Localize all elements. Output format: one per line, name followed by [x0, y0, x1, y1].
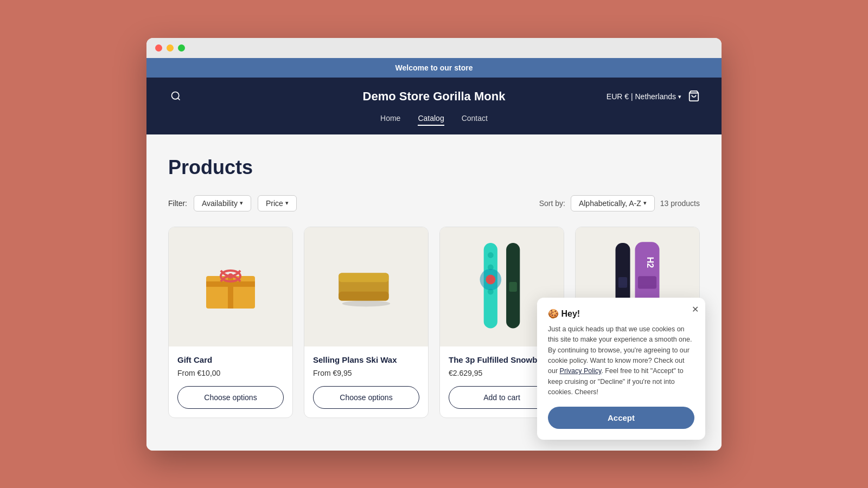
cookie-body: Just a quick heads up that we use cookie… — [548, 324, 694, 398]
main-content: Products Filter: Availability ▾ Price ▾ … — [146, 134, 722, 451]
browser-chrome — [146, 38, 722, 58]
site-logo: Demo Store Gorilla Monk — [363, 89, 506, 104]
product-info: Gift Card From €10,00 — [169, 346, 292, 386]
announcement-text: Welcome to our store — [395, 63, 473, 72]
product-image — [304, 227, 428, 346]
sort-label: Sort by: — [539, 199, 565, 208]
product-info: Selling Plans Ski Wax From €9,95 — [304, 346, 428, 386]
main-nav: Home Catalog Contact — [168, 114, 700, 134]
svg-rect-22 — [618, 277, 627, 288]
product-card: Selling Plans Ski Wax From €9,95 Choose … — [304, 227, 429, 418]
svg-rect-9 — [339, 273, 388, 282]
close-dot[interactable] — [155, 44, 162, 52]
header-right: EUR € | Netherlands ▾ — [607, 90, 700, 104]
privacy-policy-link[interactable]: Privacy Policy — [560, 367, 602, 375]
sort-select[interactable]: Alphabetically, A-Z ▾ — [571, 195, 655, 211]
nav-contact[interactable]: Contact — [462, 114, 488, 126]
header-left — [168, 88, 183, 105]
cookie-close-button[interactable]: ✕ — [692, 304, 699, 314]
filter-bar: Filter: Availability ▾ Price ▾ Sort by: … — [168, 195, 700, 211]
product-price: From €9,95 — [313, 369, 419, 377]
chevron-down-icon: ▾ — [643, 200, 647, 207]
products-count: 13 products — [660, 199, 700, 208]
svg-rect-10 — [339, 291, 388, 300]
cookie-title: 🍪 Hey! — [548, 309, 694, 319]
chevron-down-icon: ▾ — [240, 200, 243, 207]
filter-label: Filter: — [168, 199, 187, 208]
choose-options-button[interactable]: Choose options — [177, 386, 284, 409]
product-image — [169, 227, 292, 346]
cookie-popup: ✕ 🍪 Hey! Just a quick heads up that we u… — [537, 298, 705, 440]
chevron-down-icon: ▾ — [285, 200, 289, 207]
search-button[interactable] — [168, 88, 183, 105]
svg-point-18 — [486, 274, 495, 284]
cookie-emoji: 🍪 — [548, 309, 559, 318]
svg-point-13 — [488, 252, 494, 258]
price-filter[interactable]: Price ▾ — [258, 195, 297, 211]
minimize-dot[interactable] — [167, 44, 174, 52]
availability-filter[interactable]: Availability ▾ — [194, 195, 251, 211]
chevron-down-icon: ▾ — [678, 93, 681, 100]
currency-selector[interactable]: EUR € | Netherlands ▾ — [607, 92, 681, 101]
announcement-bar: Welcome to our store — [146, 58, 722, 78]
svg-point-0 — [172, 92, 179, 99]
cookie-accept-button[interactable]: Accept — [548, 407, 694, 429]
cart-button[interactable] — [688, 90, 700, 104]
nav-catalog[interactable]: Catalog — [418, 114, 444, 126]
product-card: Gift Card From €10,00 Choose options — [168, 227, 293, 418]
choose-options-button[interactable]: Choose options — [313, 386, 419, 409]
product-name: Selling Plans Ski Wax — [313, 355, 419, 364]
product-price: From €10,00 — [177, 369, 284, 377]
currency-value: EUR € | Netherlands — [607, 92, 676, 101]
svg-rect-24 — [638, 276, 656, 288]
site-header: Demo Store Gorilla Monk EUR € | Netherla… — [146, 78, 722, 134]
cookie-title-text: Hey! — [561, 309, 580, 318]
page-title: Products — [168, 156, 700, 179]
svg-point-11 — [342, 300, 391, 306]
nav-home[interactable]: Home — [380, 114, 400, 126]
filter-left: Filter: Availability ▾ Price ▾ — [168, 195, 297, 211]
filter-right: Sort by: Alphabetically, A-Z ▾ 13 produc… — [539, 195, 700, 211]
browser-window: Welcome to our store Demo Store Gorilla … — [146, 38, 722, 451]
product-name: Gift Card — [177, 355, 284, 364]
svg-text:H2: H2 — [646, 256, 655, 268]
maximize-dot[interactable] — [178, 44, 185, 52]
svg-line-1 — [178, 98, 180, 100]
svg-rect-20 — [509, 282, 517, 292]
